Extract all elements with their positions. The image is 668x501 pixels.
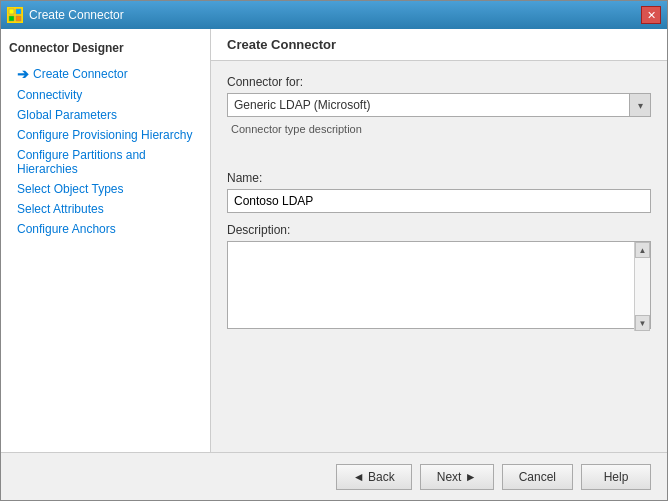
- sidebar-header: Connector Designer: [1, 37, 210, 63]
- description-group: Description: ▲ ▼: [227, 223, 651, 332]
- connector-type-description: Connector type description: [227, 121, 651, 161]
- svg-rect-2: [9, 16, 14, 21]
- description-label: Description:: [227, 223, 651, 237]
- name-group: Name:: [227, 171, 651, 213]
- close-button[interactable]: ✕: [641, 6, 661, 24]
- svg-rect-1: [16, 9, 21, 14]
- footer: ◄ Back Next ► Cancel Help: [1, 452, 667, 500]
- connector-for-label: Connector for:: [227, 75, 651, 89]
- sidebar-item-configure-provisioning[interactable]: Configure Provisioning Hierarchy: [1, 125, 210, 145]
- title-bar-left: Create Connector: [7, 7, 124, 23]
- main-panel-header: Create Connector: [211, 29, 667, 61]
- sidebar-item-configure-partitions[interactable]: Configure Partitions and Hierarchies: [1, 145, 210, 179]
- sidebar-item-create-connector[interactable]: ➔ Create Connector: [1, 63, 210, 85]
- next-button[interactable]: Next ►: [420, 464, 494, 490]
- main-content: Connector for: Generic LDAP (Microsoft) …: [211, 61, 667, 452]
- title-bar: Create Connector ✕: [1, 1, 667, 29]
- title-bar-controls: ✕: [641, 6, 661, 24]
- name-input[interactable]: [227, 189, 651, 213]
- sidebar-item-connectivity[interactable]: Connectivity: [1, 85, 210, 105]
- content-area: Connector Designer ➔ Create Connector Co…: [1, 29, 667, 452]
- connector-type-select[interactable]: Generic LDAP (Microsoft) Active Director…: [227, 93, 651, 117]
- main-panel: Create Connector Connector for: Generic …: [211, 29, 667, 452]
- arrow-icon: ➔: [17, 66, 29, 82]
- connector-for-group: Connector for: Generic LDAP (Microsoft) …: [227, 75, 651, 161]
- name-label: Name:: [227, 171, 651, 185]
- sidebar-item-label: Create Connector: [33, 67, 128, 81]
- help-button[interactable]: Help: [581, 464, 651, 490]
- sidebar-item-select-attributes[interactable]: Select Attributes: [1, 199, 210, 219]
- main-window: Create Connector ✕ Connector Designer ➔ …: [0, 0, 668, 501]
- window-title: Create Connector: [29, 8, 124, 22]
- back-button[interactable]: ◄ Back: [336, 464, 412, 490]
- description-scrollbar: ▲ ▼: [634, 242, 650, 331]
- scroll-up-button[interactable]: ▲: [635, 242, 650, 258]
- svg-rect-3: [16, 16, 21, 21]
- app-icon: [7, 7, 23, 23]
- description-textarea[interactable]: [227, 241, 651, 329]
- description-wrapper: ▲ ▼: [227, 241, 651, 332]
- scroll-down-button[interactable]: ▼: [635, 315, 650, 331]
- cancel-button[interactable]: Cancel: [502, 464, 573, 490]
- sidebar-item-configure-anchors[interactable]: Configure Anchors: [1, 219, 210, 239]
- sidebar-item-select-object-types[interactable]: Select Object Types: [1, 179, 210, 199]
- svg-rect-0: [9, 9, 14, 14]
- sidebar: Connector Designer ➔ Create Connector Co…: [1, 29, 211, 452]
- connector-dropdown-wrapper: Generic LDAP (Microsoft) Active Director…: [227, 93, 651, 117]
- sidebar-item-global-parameters[interactable]: Global Parameters: [1, 105, 210, 125]
